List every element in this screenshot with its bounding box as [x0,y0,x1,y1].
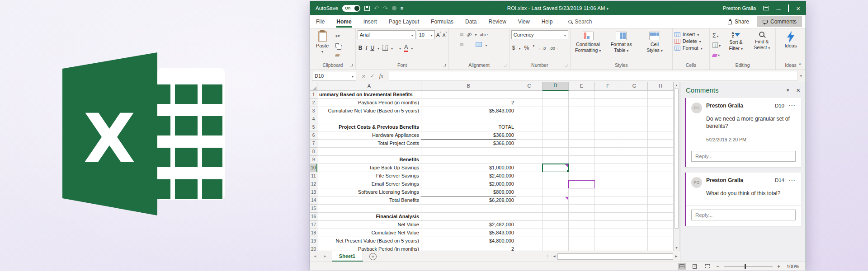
align-bottom-icon[interactable] [460,33,463,36]
cell-C10[interactable] [516,164,542,172]
row-header-3[interactable]: 3 [310,107,317,115]
cell-H2[interactable] [648,99,674,107]
cell-H7[interactable] [648,140,674,148]
cell-C6[interactable] [516,131,542,140]
cell-D8[interactable] [542,148,569,156]
row-header-19[interactable]: 19 [310,237,317,245]
cell-A8[interactable] [317,148,421,156]
cell-C1[interactable] [516,91,542,99]
row-header-17[interactable]: 17 [310,221,317,229]
cell-E16[interactable] [569,213,595,221]
row-header-1[interactable]: 1 [310,91,317,99]
cell-H10[interactable] [648,164,674,172]
cell-B2[interactable]: 2 [421,99,516,107]
save-icon[interactable] [364,6,370,11]
cell-C14[interactable] [516,196,542,205]
cell-E4[interactable] [569,115,595,123]
cell-G7[interactable] [621,140,648,148]
comment-cell-ref[interactable]: D14 [775,178,784,183]
cell-B11[interactable]: $2,400,000 [421,172,516,180]
font-size-select[interactable]: 10 [417,30,435,39]
cell-A5[interactable]: Project Costs & Previous Benefits [317,123,421,131]
cell-E7[interactable] [569,140,595,148]
hscroll-right-icon[interactable] [675,254,678,258]
cell-G16[interactable] [621,213,648,221]
tab-view[interactable]: View [512,15,536,28]
tab-insert[interactable]: Insert [358,15,383,28]
number-dialog-launcher[interactable] [565,64,567,66]
expand-formula-bar-icon[interactable] [800,74,804,78]
vertical-scrollbar[interactable] [674,82,679,251]
orientation-icon[interactable] [465,30,473,38]
cell-H4[interactable] [648,115,674,123]
row-header-5[interactable]: 5 [310,123,317,131]
cell-E17[interactable] [569,221,595,229]
cell-E9[interactable] [569,156,595,164]
tab-home[interactable]: Home [330,15,357,28]
cell-C11[interactable] [516,172,542,180]
cell-F8[interactable] [595,148,621,156]
format-as-table-button[interactable]: Format as Table [605,30,637,53]
cell-A14[interactable]: Total Benefits [317,196,421,205]
cell-E20[interactable] [569,245,595,251]
cell-F5[interactable] [595,123,621,131]
increase-decimal-icon[interactable] [538,45,546,51]
zoom-in-icon[interactable]: + [777,263,780,270]
next-sheet-icon[interactable] [320,254,330,258]
accounting-format-icon[interactable] [512,45,515,51]
column-header-F[interactable]: F [595,82,621,91]
cell-A15[interactable] [317,205,421,213]
select-all-corner[interactable] [310,82,317,91]
cell-H12[interactable] [648,180,674,188]
cell-D20[interactable] [542,245,569,251]
cell-D19[interactable] [542,237,569,245]
customize-qat-icon[interactable] [401,5,403,11]
cell-G9[interactable] [621,156,648,164]
column-header-H[interactable]: H [648,82,674,91]
cell-E2[interactable] [569,99,595,107]
cell-E18[interactable] [569,229,595,237]
cell-A16[interactable]: Financial Analysis [317,213,421,221]
cell-G1[interactable] [621,91,648,99]
cell-C16[interactable] [516,213,542,221]
cell-D5[interactable] [542,123,569,131]
clipboard-dialog-launcher[interactable] [350,64,353,66]
cell-G12[interactable] [621,180,648,188]
cell-E15[interactable] [569,205,595,213]
cell-A20[interactable]: Payback Period (in months) [317,245,421,251]
tab-page-layout[interactable]: Page Layout [383,15,425,28]
cell-F20[interactable] [595,245,621,251]
cell-A1[interactable]: ummary Based on Incremental Benefits [317,91,421,99]
zoom-slider[interactable] [724,266,773,266]
search-box[interactable]: Search [568,19,592,25]
decrease-font-icon[interactable] [443,31,447,38]
cell-D9[interactable] [542,156,569,164]
number-format-select[interactable]: Currency [511,30,568,39]
column-header-B[interactable]: B [421,82,516,91]
row-header-16[interactable]: 16 [310,213,317,221]
autosave-toggle[interactable]: On [342,5,360,12]
row-header-20[interactable]: 20 [310,245,317,251]
saved-status[interactable]: Last Saved 5/23/2019 11:06 AM [532,5,605,11]
ideas-button[interactable]: Ideas [778,30,804,48]
row-header-2[interactable]: 2 [310,99,317,107]
row-header-4[interactable]: 4 [310,115,317,123]
row-header-15[interactable]: 15 [310,205,317,213]
prev-sheet-icon[interactable] [310,254,320,258]
confirm-entry-icon[interactable] [370,73,375,79]
cell-D14[interactable] [542,196,569,205]
cell-H17[interactable] [648,221,674,229]
cell-C3[interactable] [516,107,542,115]
cell-F12[interactable] [595,180,621,188]
cell-C2[interactable] [516,99,542,107]
cell-A6[interactable]: Hardware Appliances [317,131,421,140]
cell-H1[interactable] [648,91,674,99]
row-header-18[interactable]: 18 [310,229,317,237]
ribbon-display-options-icon[interactable] [763,6,769,10]
cell-G20[interactable] [621,245,648,251]
align-right-icon[interactable] [460,43,463,46]
cell-C13[interactable] [516,188,542,196]
cell-G19[interactable] [621,237,648,245]
cell-C19[interactable] [516,237,542,245]
new-sheet-button[interactable]: + [369,253,377,260]
